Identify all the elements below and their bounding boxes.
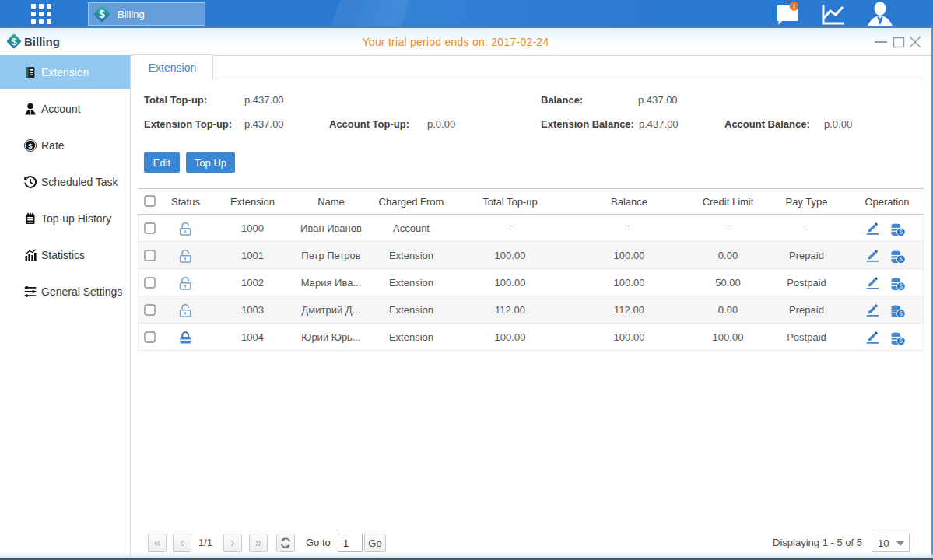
svg-text:!: !	[793, 2, 795, 10]
svg-text:$: $	[99, 8, 105, 20]
svg-text:$: $	[28, 142, 33, 150]
